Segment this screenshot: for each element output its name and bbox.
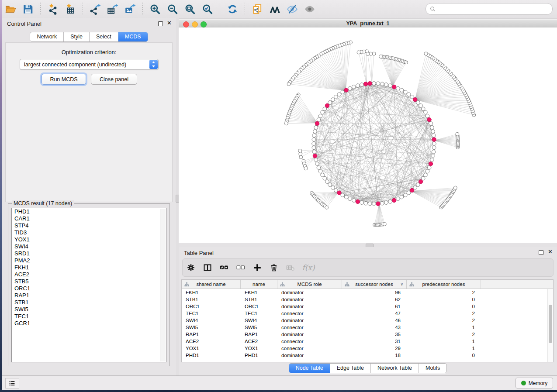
table-settings-button[interactable] <box>183 260 199 275</box>
column-header-predecessor-nodes[interactable]: predecessor nodes <box>407 280 481 289</box>
column-header-name[interactable]: name <box>241 280 277 289</box>
cell-predecessor-nodes[interactable]: 1 <box>407 324 481 331</box>
refresh-layout-button[interactable] <box>224 1 241 17</box>
cell-shared-name[interactable]: ORC1 <box>182 303 241 310</box>
tab-motifs[interactable]: Motifs <box>419 364 446 373</box>
ring-node[interactable] <box>337 93 341 96</box>
cell-shared-name[interactable]: SWI5 <box>182 324 241 331</box>
table-row[interactable]: ORC1ORC1dominator610 <box>182 303 553 310</box>
ring-node[interactable] <box>396 86 400 90</box>
ring-node[interactable] <box>334 189 338 193</box>
cell-successor-nodes[interactable]: 96 <box>342 289 407 296</box>
leaf-node[interactable] <box>379 55 383 58</box>
clear-table-button[interactable] <box>282 260 299 275</box>
ring-node[interactable] <box>372 82 376 86</box>
duplicate-network-button[interactable] <box>249 1 266 17</box>
cell-mcds-role[interactable]: dominator <box>277 296 342 303</box>
delete-row-button[interactable] <box>266 260 282 275</box>
mcds-result-item[interactable]: YOX1 <box>12 236 166 243</box>
cell-successor-nodes[interactable]: 43 <box>342 324 407 331</box>
mcds-result-item[interactable]: ORC1 <box>12 285 166 292</box>
dominator-node[interactable] <box>413 97 417 101</box>
ring-node[interactable] <box>312 138 316 141</box>
ring-node[interactable] <box>321 110 325 114</box>
cell-shared-name[interactable]: TEC1 <box>182 310 241 317</box>
cell-predecessor-nodes[interactable]: 0 <box>407 303 481 310</box>
deselect-all-checks-button[interactable] <box>232 260 249 275</box>
cell-predecessor-nodes[interactable]: 0 <box>407 296 481 303</box>
tab-network[interactable]: Network <box>30 32 63 41</box>
ring-node[interactable] <box>388 84 392 88</box>
ring-node[interactable] <box>381 82 384 86</box>
cell-mcds-role[interactable]: dominator <box>277 289 342 296</box>
mcds-result-item[interactable]: TID3 <box>12 229 166 236</box>
leaf-node[interactable] <box>383 222 386 226</box>
ring-node[interactable] <box>403 90 407 94</box>
close-panel-button[interactable]: Close panel <box>91 74 137 85</box>
cell-name[interactable]: STB1 <box>241 296 277 303</box>
search-box[interactable] <box>426 3 553 15</box>
export-image-button[interactable] <box>121 1 139 17</box>
ring-node[interactable] <box>407 191 411 195</box>
export-network-button[interactable] <box>86 1 104 17</box>
tab-edge-table[interactable]: Edge Table <box>330 364 370 373</box>
network-view-canvas[interactable] <box>179 28 557 243</box>
cell-shared-name[interactable]: RAP1 <box>182 331 241 338</box>
tab-select[interactable]: Select <box>89 32 118 41</box>
cell-name[interactable]: TEC1 <box>241 310 277 317</box>
mcds-result-item[interactable]: TEC1 <box>12 313 166 320</box>
ring-node[interactable] <box>356 84 360 88</box>
ring-node[interactable] <box>388 200 392 204</box>
ring-node[interactable] <box>421 107 425 111</box>
cell-mcds-role[interactable]: connector <box>277 345 342 352</box>
leaf-node[interactable] <box>357 51 360 54</box>
zoom-in-button[interactable] <box>146 1 164 17</box>
ring-node[interactable] <box>348 86 352 90</box>
cell-successor-nodes[interactable]: 31 <box>342 338 407 345</box>
function-builder-button[interactable]: f(x) <box>299 260 315 275</box>
cell-mcds-role[interactable]: connector <box>277 338 342 345</box>
ring-node[interactable] <box>400 195 404 199</box>
cell-shared-name[interactable]: YOX1 <box>182 345 241 352</box>
ring-node[interactable] <box>314 158 318 162</box>
table-row[interactable]: SWI5SWI5connector431 <box>182 324 553 331</box>
leaf-node[interactable] <box>287 83 291 86</box>
ring-node[interactable] <box>344 195 348 199</box>
show-all-button[interactable] <box>301 1 318 17</box>
ring-node[interactable] <box>431 154 435 158</box>
tab-node-table[interactable]: Node Table <box>289 364 330 373</box>
dominator-node[interactable] <box>376 202 380 206</box>
ring-node[interactable] <box>426 114 429 118</box>
hide-selected-button[interactable] <box>284 1 301 17</box>
table-row[interactable]: FKH1FKH1dominator962 <box>182 289 553 296</box>
column-header-successor-nodes[interactable]: successor nodes∨ <box>342 280 407 289</box>
dominator-node[interactable] <box>392 198 396 202</box>
column-header-shared-name[interactable]: shared name <box>182 280 241 289</box>
ring-node[interactable] <box>352 199 356 203</box>
mcds-result-item[interactable]: SRD1 <box>12 250 166 257</box>
leaf-node[interactable] <box>284 122 288 125</box>
table-row[interactable]: YOX1YOX1connector291 <box>182 345 553 352</box>
ring-node[interactable] <box>334 95 338 99</box>
open-file-button[interactable] <box>2 1 19 17</box>
ring-node[interactable] <box>312 146 316 150</box>
cell-shared-name[interactable]: STB1 <box>182 296 241 303</box>
ring-node[interactable] <box>348 197 352 201</box>
tab-network-table[interactable]: Network Table <box>370 364 419 373</box>
ring-node[interactable] <box>430 158 434 162</box>
horizontal-splitter[interactable] <box>179 243 557 247</box>
dominator-node[interactable] <box>410 188 414 192</box>
task-history-button[interactable] <box>5 378 19 389</box>
import-table-button[interactable] <box>62 1 79 17</box>
ring-node[interactable] <box>341 90 345 94</box>
cell-predecessor-nodes[interactable]: 2 <box>407 331 481 338</box>
cell-mcds-role[interactable]: connector <box>277 324 342 331</box>
leaf-node[interactable] <box>304 167 308 170</box>
dominator-node[interactable] <box>368 82 372 86</box>
cell-predecessor-nodes[interactable]: 1 <box>407 345 481 352</box>
search-input[interactable] <box>436 5 552 14</box>
cell-name[interactable]: FKH1 <box>241 289 277 296</box>
tab-style[interactable]: Style <box>63 32 89 41</box>
ring-node[interactable] <box>331 186 335 190</box>
cell-shared-name[interactable]: PHD1 <box>182 352 241 359</box>
